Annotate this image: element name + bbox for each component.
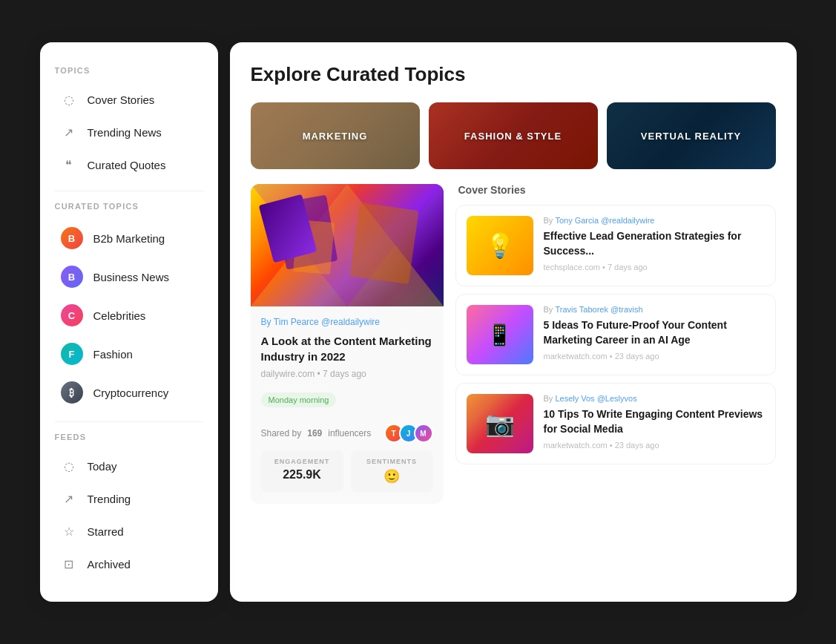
shared-by-text: Shared by [261, 428, 302, 438]
celebrities-label: Celebrities [93, 309, 146, 322]
engagement-stat: ENGAGEMENT 225.9K [261, 450, 343, 492]
influencers-count: 169 [307, 428, 322, 438]
trending-icon: ↗ [61, 490, 77, 507]
engagement-label: ENGAGEMENT [270, 458, 335, 465]
cover-stories-icon: ◌ [61, 91, 77, 108]
topic-card-label-fashion-style: FASHION & STYLE [464, 131, 562, 142]
featured-meta: dailywire.com • 7 days ago [261, 369, 433, 379]
trending-news-icon: ↗ [61, 124, 77, 140]
cryptocurrency-label: Cryptocurrency [93, 387, 169, 399]
news-content-article-2: By Travis Taborek @travish 5 Ideas To Fu… [544, 305, 765, 364]
news-title-article-1: Effective Lead Generation Strategies for… [544, 229, 765, 258]
featured-time: 7 days ago [323, 369, 366, 379]
news-author-article-1: By Tony Garcia @realdailywire [544, 216, 765, 225]
news-card-article-3[interactable]: 📷 By Lesely Vos @Leslyvos 10 Tips To Wri… [455, 383, 776, 464]
news-card-article-2[interactable]: 📱 By Travis Taborek @travish 5 Ideas To … [455, 294, 776, 375]
feeds-section-label: FEEDS [55, 433, 203, 441]
fashion-label: Fashion [93, 348, 133, 361]
news-content-article-1: By Tony Garcia @realdailywire Effective … [544, 216, 765, 275]
sidebar-item-business-news[interactable]: B Business News [55, 258, 203, 295]
news-author-article-3: By Lesely Vos @Leslyvos [544, 394, 765, 403]
main-panel: Explore Curated Topics MARKETINGFASHION … [230, 42, 797, 602]
news-source-article-2: marketwatch.com [544, 352, 608, 361]
sidebar-item-starred[interactable]: ☆ Starred [55, 516, 203, 547]
sidebar-item-trending[interactable]: ↗ Trending [55, 483, 203, 514]
news-title-article-3: 10 Tips To Write Engaging Content Previe… [544, 407, 765, 436]
sentiments-stat: SENTIMENTS 🙂 [351, 450, 433, 492]
featured-author-handle: @realdailywire [321, 317, 380, 327]
sidebar-item-fashion[interactable]: F Fashion [55, 335, 203, 372]
news-author-handle-article-2: @travish [610, 305, 643, 314]
starred-icon: ☆ [61, 523, 77, 539]
trending-news-label: Trending News [88, 126, 162, 139]
featured-source: dailywire.com [261, 369, 315, 379]
news-author-name-article-3: Lesely Vos [555, 394, 594, 403]
sidebar-item-celebrities[interactable]: C Celebrities [55, 297, 203, 334]
news-thumb-article-3: 📷 [467, 394, 533, 453]
topic-card-virtual-reality[interactable]: VERTUAL REALITY [607, 102, 776, 169]
content-area: By Tim Pearce @realdailywire A Look at t… [251, 184, 776, 504]
news-thumb-article-1: 💡 [467, 216, 533, 275]
b2b-marketing-label: B2b Marketing [93, 232, 165, 245]
news-meta-article-1: techsplace.com • 7 days ago [544, 263, 765, 272]
sidebar-item-trending-news[interactable]: ↗ Trending News [55, 116, 203, 148]
influencers-row: Shared by 169 influencers T J M [251, 424, 444, 443]
featured-author: By Tim Pearce @realdailywire [261, 317, 433, 327]
news-meta-article-2: marketwatch.com • 23 days ago [544, 352, 765, 361]
sidebar: TOPICS ◌ Cover Stories ↗ Trending News ❝… [40, 42, 218, 602]
svg-rect-3 [349, 203, 418, 284]
featured-card[interactable]: By Tim Pearce @realdailywire A Look at t… [251, 184, 444, 504]
stats-row: ENGAGEMENT 225.9K SENTIMENTS 🙂 [251, 450, 444, 492]
sidebar-item-curated-quotes[interactable]: ❝ Curated Quotes [55, 149, 203, 180]
today-label: Today [88, 460, 117, 473]
topic-card-marketing[interactable]: MARKETING [251, 102, 420, 169]
sidebar-item-today[interactable]: ◌ Today [55, 450, 203, 482]
news-author-handle-article-1: @realdailywire [601, 216, 654, 225]
featured-title: A Look at the Content Marketing Industry… [261, 333, 433, 364]
starred-label: Starred [88, 525, 124, 538]
featured-body: By Tim Pearce @realdailywire A Look at t… [251, 306, 444, 392]
avatar-stack: T J M [384, 424, 433, 443]
divider-2 [55, 421, 203, 422]
sidebar-item-cover-stories[interactable]: ◌ Cover Stories [55, 84, 203, 115]
news-author-article-2: By Travis Taborek @travish [544, 305, 765, 314]
news-time-article-2: 23 days ago [615, 352, 659, 361]
archived-icon: ⊡ [61, 556, 77, 572]
archived-label: Archived [88, 558, 131, 571]
feeds-nav: ◌ Today ↗ Trending ☆ Starred ⊡ Archived [55, 450, 203, 579]
sentiments-icon: 🙂 [360, 468, 424, 484]
news-time-article-3: 23 days ago [615, 441, 659, 450]
curated-quotes-icon: ❝ [61, 157, 77, 173]
news-column: Cover Stories 💡 By Tony Garcia @realdail… [455, 184, 776, 504]
sidebar-item-cryptocurrency[interactable]: ₿ Cryptocurrency [55, 374, 203, 411]
influencers-suffix: influencers [328, 428, 371, 438]
cryptocurrency-avatar: ₿ [61, 381, 83, 404]
featured-author-name: Tim Pearce [274, 317, 319, 327]
trending-label: Trending [88, 493, 131, 505]
news-content-article-3: By Lesely Vos @Leslyvos 10 Tips To Write… [544, 394, 765, 453]
news-thumb-article-2: 📱 [467, 305, 533, 364]
curated-quotes-label: Curated Quotes [88, 159, 166, 171]
today-icon: ◌ [61, 458, 77, 474]
fashion-avatar: F [61, 343, 83, 365]
curated-topics-nav: B B2b Marketing B Business News C Celebr… [55, 220, 203, 411]
topics-nav: ◌ Cover Stories ↗ Trending News ❝ Curate… [55, 84, 203, 180]
sidebar-item-b2b-marketing[interactable]: B B2b Marketing [55, 220, 203, 257]
cover-stories-label: Cover Stories [88, 93, 155, 106]
topics-section-label: TOPICS [55, 66, 203, 75]
divider-1 [55, 191, 203, 191]
sidebar-item-archived[interactable]: ⊡ Archived [55, 548, 203, 579]
topic-cards-row: MARKETINGFASHION & STYLEVERTUAL REALITY [251, 102, 776, 169]
topic-card-label-marketing: MARKETING [303, 131, 368, 142]
sentiments-label: SENTIMENTS [360, 458, 424, 465]
news-card-article-1[interactable]: 💡 By Tony Garcia @realdailywire Effectiv… [455, 205, 776, 286]
topic-card-label-virtual-reality: VERTUAL REALITY [641, 131, 741, 142]
news-source-article-1: techsplace.com [544, 263, 600, 272]
news-author-name-article-2: Travis Taborek [555, 305, 608, 314]
news-source-article-3: marketwatch.com [544, 441, 608, 450]
news-author-handle-article-3: @Leslyvos [597, 394, 637, 403]
influencer-avatar-3: M [414, 424, 433, 443]
celebrities-avatar: C [61, 304, 83, 326]
b2b-marketing-avatar: B [61, 227, 83, 249]
topic-card-fashion-style[interactable]: FASHION & STYLE [429, 102, 598, 169]
